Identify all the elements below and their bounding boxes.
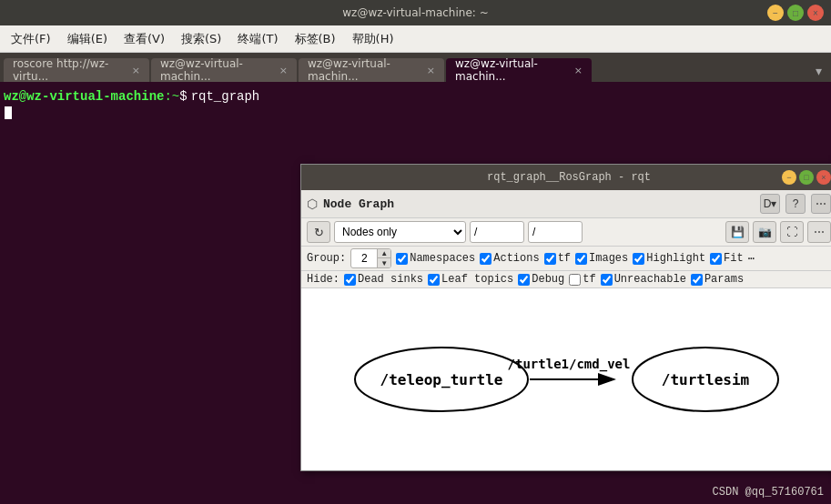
hide-label: Hide: (307, 273, 339, 286)
os-title: wz@wz-virtual-machine: ~ (342, 6, 488, 19)
leaf-topics-text: Leaf topics (441, 273, 513, 286)
rqt-title: rqt_graph__RosGraph - rqt (487, 171, 651, 184)
images-checkbox-label[interactable]: Images (575, 252, 628, 265)
rqt-extra-button[interactable]: ⋯ (811, 194, 831, 214)
fit-checkbox-label[interactable]: Fit (710, 252, 744, 265)
terminal-prompt: wz@wz-virtual-machine :~ $ rqt_graph (4, 89, 827, 104)
spinbox-down-button[interactable]: ▼ (378, 258, 390, 268)
spinbox-buttons: ▲ ▼ (377, 248, 390, 268)
os-maximize-button[interactable]: □ (787, 5, 804, 21)
save-graph-button[interactable]: 💾 (725, 221, 749, 243)
tab-2-close[interactable]: × (427, 65, 435, 76)
graph-area[interactable]: /teleop_turtle /turtle1/cmd_vel /turtles… (301, 288, 831, 470)
menu-file[interactable]: 文件(F) (4, 28, 58, 50)
rqt-titlebar: rqt_graph__RosGraph - rqt − □ × (301, 165, 831, 190)
leaf-topics-checkbox[interactable] (428, 274, 440, 286)
fit-button[interactable]: ⛶ (780, 221, 804, 243)
leaf-topics-label[interactable]: Leaf topics (428, 273, 513, 286)
rqt-minimize-button[interactable]: − (782, 170, 796, 185)
filter1-input[interactable] (470, 221, 524, 243)
debug-checkbox[interactable] (518, 274, 530, 286)
fit-label: Fit (724, 252, 744, 265)
fit-checkbox[interactable] (710, 253, 722, 265)
tf-checkbox-label[interactable]: tf (544, 252, 571, 265)
params-text: Params (704, 273, 744, 286)
more-options-button[interactable]: ⋯ (807, 221, 831, 243)
screenshot-button[interactable]: 📷 (753, 221, 776, 243)
os-titlebar-controls: − □ × (767, 5, 824, 21)
namespaces-label: Namespaces (410, 252, 475, 265)
actions-checkbox[interactable] (480, 253, 492, 265)
dead-sinks-label[interactable]: Dead sinks (344, 273, 423, 286)
spinbox-up-button[interactable]: ▲ (378, 248, 390, 258)
prompt-user: wz@wz-virtual-machine (4, 89, 164, 104)
tab-0-close[interactable]: × (132, 65, 140, 76)
menu-search[interactable]: 搜索(S) (174, 28, 228, 50)
tab-3-close[interactable]: × (574, 65, 583, 76)
tabbar-arrow[interactable]: ▾ (810, 60, 827, 82)
tf-row3-label[interactable]: tf (569, 273, 595, 286)
dead-sinks-text: Dead sinks (358, 273, 423, 286)
group-label: Group: (307, 252, 346, 265)
prompt-dollar: $ (179, 89, 187, 104)
actions-checkbox-label[interactable]: Actions (480, 252, 539, 265)
tf-row2-label: tf (558, 252, 571, 265)
watermark: CSDN @qq_57160761 (713, 486, 824, 499)
rqt-graph-window: rqt_graph__RosGraph - rqt − □ × ⬡ Node G… (300, 164, 831, 471)
os-minimize-button[interactable]: − (767, 5, 784, 21)
group-spinbox-input[interactable] (351, 252, 377, 265)
more-row2: ⋯ (748, 252, 755, 266)
tab-2-label: wz@wz-virtual-machin... (308, 57, 421, 83)
tab-1[interactable]: wz@wz-virtual-machin... × (151, 58, 297, 82)
os-close-button[interactable]: × (807, 5, 824, 21)
toolbar-row2: Group: ▲ ▼ Namespaces Actions (301, 247, 831, 271)
rqt-d-button[interactable]: D▾ (760, 194, 780, 214)
os-titlebar: wz@wz-virtual-machine: ~ − □ × (0, 0, 831, 25)
unreachable-label[interactable]: Unreachable (601, 273, 686, 286)
highlight-label: Highlight (646, 252, 705, 265)
tf-row3-checkbox[interactable] (569, 274, 581, 286)
dead-sinks-checkbox[interactable] (344, 274, 356, 286)
tabbar: roscore http://wz-virtu... × wz@wz-virtu… (0, 53, 831, 82)
toolbar-row1: ↻ Nodes only Nodes/Topics (all) Nodes/To… (301, 218, 831, 247)
menu-tabs[interactable]: 标签(B) (288, 28, 343, 50)
menu-terminal[interactable]: 终端(T) (230, 28, 285, 50)
namespaces-checkbox[interactable] (396, 253, 408, 265)
rqt-ng-title: Node Graph (323, 197, 755, 211)
params-checkbox[interactable] (691, 274, 703, 286)
actions-label: Actions (493, 252, 539, 265)
rqt-help-button[interactable]: ? (785, 194, 806, 214)
tab-3-label: wz@wz-virtual-machin... (455, 57, 569, 83)
node-teleop-label: /teleop_turtle (380, 371, 503, 388)
rqt-maximize-button[interactable]: □ (799, 170, 814, 185)
tab-1-label: wz@wz-virtual-machin... (160, 57, 274, 83)
tf-row2-checkbox[interactable] (544, 253, 556, 265)
filter2-input[interactable] (528, 221, 583, 243)
unreachable-checkbox[interactable] (601, 274, 613, 286)
toolbar-row3: Hide: Dead sinks Leaf topics Debug tf (301, 271, 831, 288)
highlight-checkbox[interactable] (633, 253, 644, 265)
debug-label[interactable]: Debug (518, 273, 564, 286)
rqt-titlebar-controls: − □ × (782, 170, 831, 185)
menubar: 文件(F) 编辑(E) 查看(V) 搜索(S) 终端(T) 标签(B) 帮助(H… (0, 25, 831, 53)
menu-help[interactable]: 帮助(H) (345, 28, 401, 50)
menu-edit[interactable]: 编辑(E) (60, 28, 115, 50)
images-label: Images (589, 252, 628, 265)
cursor-block (5, 106, 12, 119)
group-spinbox[interactable]: ▲ ▼ (350, 248, 391, 268)
node-graph-icon: ⬡ (307, 197, 318, 212)
graph-type-select[interactable]: Nodes only Nodes/Topics (all) Nodes/Topi… (334, 221, 466, 243)
namespaces-checkbox-label[interactable]: Namespaces (396, 252, 475, 265)
tab-1-close[interactable]: × (279, 65, 288, 76)
tab-0[interactable]: roscore http://wz-virtu... × (4, 58, 149, 82)
rqt-close-button[interactable]: × (816, 170, 831, 185)
images-checkbox[interactable] (575, 253, 587, 265)
highlight-checkbox-label[interactable]: Highlight (633, 252, 705, 265)
refresh-button[interactable]: ↻ (307, 221, 330, 243)
prompt-command: rqt_graph (191, 89, 260, 104)
menu-view[interactable]: 查看(V) (117, 28, 172, 50)
tab-3[interactable]: wz@wz-virtual-machin... × (446, 58, 592, 82)
tab-2[interactable]: wz@wz-virtual-machin... × (299, 58, 444, 82)
debug-text: Debug (532, 273, 564, 286)
params-label[interactable]: Params (691, 273, 744, 286)
